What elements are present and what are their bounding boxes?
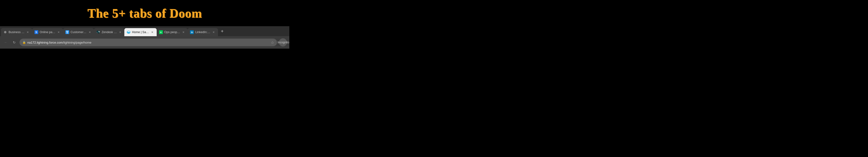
tab-label-home-sa: Home | Sa… xyxy=(132,30,149,34)
tab-close-ops-peop[interactable]: ✕ xyxy=(181,30,185,34)
back-button[interactable]: ← xyxy=(2,39,9,46)
tab-business[interactable]: Business … ✕ xyxy=(1,28,32,36)
tab-close-linkedin[interactable]: ✕ xyxy=(212,30,216,34)
tab-home-sa[interactable]: Home | Sa… ✕ xyxy=(124,28,156,36)
address-url: na172.lightning.force.com/lightning/page… xyxy=(27,41,269,44)
url-domain: na172.lightning.force.com xyxy=(27,41,63,44)
tab-close-zendesk[interactable]: ✕ xyxy=(118,30,122,34)
tab-linkedin[interactable]: in LinkedIn:… ✕ xyxy=(188,28,218,36)
tab-favicon-business xyxy=(3,30,7,34)
tab-favicon-home-sa xyxy=(127,30,130,34)
incognito-label: Incognito xyxy=(278,41,289,44)
tab-bar: Business … ✕ S Online pa… ✕ Customer… ✕ xyxy=(0,26,289,36)
svg-point-3 xyxy=(129,32,130,32)
tab-online-pa[interactable]: S Online pa… ✕ xyxy=(32,28,63,36)
tab-close-home-sa[interactable]: ✕ xyxy=(151,30,154,34)
tab-label-business: Business … xyxy=(8,30,25,34)
tab-favicon-ops-peop: + xyxy=(159,30,163,34)
incognito-profile-button[interactable]: Incognito xyxy=(279,38,287,47)
new-tab-button[interactable]: + xyxy=(219,28,226,34)
tab-label-online-pa: Online pa… xyxy=(40,30,55,34)
address-bar-row: ← ↻ 🔒 na172.lightning.force.com/lightnin… xyxy=(0,36,289,49)
salesforce-logo-icon xyxy=(127,30,130,34)
tab-close-online-pa[interactable]: ✕ xyxy=(57,30,61,34)
lock-icon: 🔒 xyxy=(22,41,26,44)
tab-ops-peop[interactable]: + Ops peop… ✕ xyxy=(157,28,188,36)
tab-customer[interactable]: Customer… ✕ xyxy=(63,28,94,36)
tab-label-linkedin: LinkedIn:… xyxy=(195,30,210,34)
tab-zendesk[interactable]: Zendesk … ✕ xyxy=(94,28,124,36)
zendesk-logo-icon xyxy=(96,30,100,34)
browser-chrome: Business … ✕ S Online pa… ✕ Customer… ✕ xyxy=(0,26,289,49)
tab-favicon-zendesk xyxy=(96,30,100,34)
hero-section: The 5+ tabs of Doom xyxy=(0,0,289,26)
tab-favicon-customer xyxy=(65,30,69,34)
tab-favicon-linkedin: in xyxy=(190,30,194,34)
tab-label-ops-peop: Ops peop… xyxy=(164,30,180,34)
reload-button[interactable]: ↻ xyxy=(11,39,18,46)
tab-close-customer[interactable]: ✕ xyxy=(88,30,92,34)
tab-label-customer: Customer… xyxy=(71,30,87,34)
address-bar[interactable]: 🔒 na172.lightning.force.com/lightning/pa… xyxy=(20,38,277,46)
intercom-icon xyxy=(66,31,68,33)
tab-close-business[interactable]: ✕ xyxy=(26,30,30,34)
bookmark-star-icon[interactable]: ☆ xyxy=(271,40,274,45)
hero-title: The 5+ tabs of Doom xyxy=(88,6,202,20)
tab-favicon-online-pa: S xyxy=(34,30,38,34)
url-path: /lightning/page/home xyxy=(63,41,92,44)
tab-label-zendesk: Zendesk … xyxy=(101,30,117,34)
